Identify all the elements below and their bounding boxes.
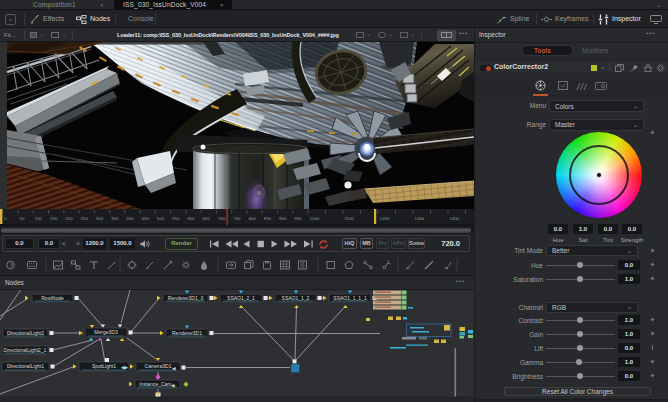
- svg-text:200: 200: [65, 216, 73, 221]
- svg-text:SSAO1_2_1: SSAO1_2_1: [227, 295, 255, 301]
- svg-text:SSAO1_1_2: SSAO1_1_2: [282, 295, 310, 301]
- svg-text:DirectionalLight2: DirectionalLight2: [7, 330, 44, 336]
- svg-text:150: 150: [50, 216, 58, 221]
- svg-text:◀: ◀: [172, 366, 176, 371]
- svg-text:800: 800: [248, 216, 256, 221]
- svg-text:300: 300: [96, 216, 104, 221]
- svg-text:50: 50: [20, 216, 25, 221]
- svg-text:DirectionalLight2_1: DirectionalLight2_1: [4, 347, 47, 353]
- svg-text:SSAO1_1_1_1: SSAO1_1_1_1: [333, 295, 367, 301]
- svg-text:SpotLight1: SpotLight1: [92, 363, 116, 369]
- svg-text:1100: 1100: [345, 216, 355, 221]
- svg-text:950: 950: [294, 216, 302, 221]
- svg-text:650: 650: [203, 216, 211, 221]
- svg-text:600: 600: [187, 216, 195, 221]
- svg-text:Merge3D3: Merge3D3: [94, 329, 118, 335]
- svg-text:Renderer3D1: Renderer3D1: [172, 330, 202, 336]
- svg-text:100: 100: [35, 216, 43, 221]
- svg-text:Camera3D1: Camera3D1: [145, 363, 172, 369]
- svg-text:900: 900: [279, 216, 287, 221]
- svg-text:1200: 1200: [380, 216, 390, 221]
- svg-text:500: 500: [157, 216, 165, 221]
- svg-text:750: 750: [233, 216, 241, 221]
- svg-text:850: 850: [264, 216, 272, 221]
- svg-text:1300: 1300: [415, 216, 425, 221]
- svg-text:1000: 1000: [310, 216, 320, 221]
- svg-text:1400: 1400: [450, 216, 460, 221]
- svg-text:◀: ◀: [171, 383, 175, 388]
- svg-text:0: 0: [4, 216, 7, 221]
- svg-text:250: 250: [81, 216, 89, 221]
- svg-text:DirectionalLight1: DirectionalLight1: [7, 363, 44, 369]
- svg-text:350: 350: [111, 216, 119, 221]
- svg-text:RootNode: RootNode: [41, 295, 64, 301]
- svg-text:Renderer3D1_3: Renderer3D1_3: [168, 295, 204, 301]
- svg-text:550: 550: [172, 216, 180, 221]
- svg-text:700: 700: [218, 216, 226, 221]
- svg-text:400: 400: [126, 216, 134, 221]
- svg-text:450: 450: [142, 216, 150, 221]
- svg-text:◀▶: ◀▶: [121, 365, 128, 370]
